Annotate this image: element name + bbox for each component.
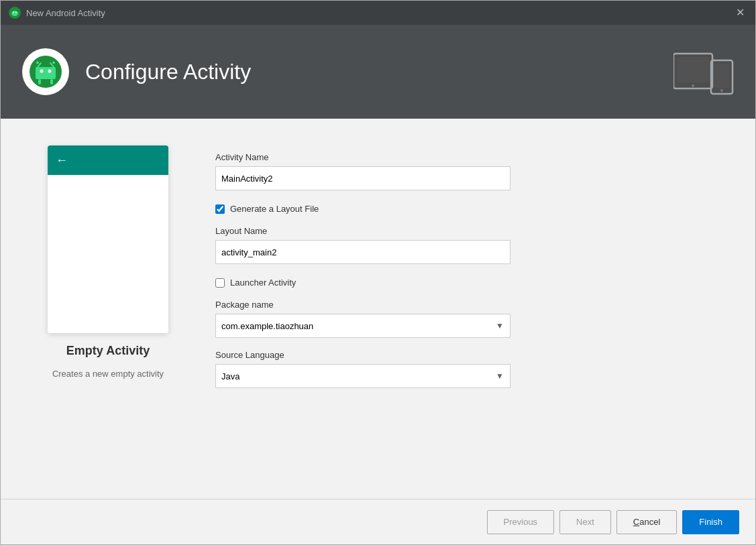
svg-point-1: [11, 11, 18, 16]
activity-type-label: Empty Activity: [66, 344, 150, 358]
phone-body: [48, 175, 168, 333]
svg-rect-5: [36, 67, 56, 79]
launcher-activity-label[interactable]: Launcher Activity: [230, 278, 296, 288]
source-language-select[interactable]: JavaKotlin: [215, 364, 510, 388]
close-button[interactable]: ✕: [733, 6, 747, 19]
svg-point-3: [15, 12, 17, 13]
generate-layout-row: Generate a Layout File: [215, 204, 715, 214]
package-name-select[interactable]: com.example.tiaozhuan: [215, 314, 510, 338]
launcher-activity-row: Launcher Activity: [215, 278, 715, 288]
activity-description: Creates a new empty activity: [52, 369, 164, 379]
activity-name-label: Activity Name: [215, 152, 715, 162]
layout-name-label: Layout Name: [215, 226, 715, 236]
activity-name-group: Activity Name: [215, 152, 715, 190]
app-icon: [9, 7, 21, 19]
form-section: Activity Name Generate a Layout File Lay…: [215, 145, 715, 472]
source-language-group: Source Language JavaKotlin ▼: [215, 350, 715, 388]
phone-toolbar: ←: [48, 145, 168, 175]
svg-point-13: [52, 62, 55, 64]
finish-button[interactable]: Finish: [682, 510, 739, 534]
previous-button[interactable]: Previous: [487, 510, 555, 534]
svg-rect-18: [714, 64, 729, 88]
package-name-group: Package name com.example.tiaozhuan ▼: [215, 300, 715, 338]
svg-rect-8: [38, 79, 41, 84]
device-icons: [673, 48, 734, 95]
window-title: New Android Activity: [26, 8, 105, 18]
svg-point-12: [36, 62, 39, 64]
source-language-label: Source Language: [215, 350, 715, 360]
svg-point-6: [40, 70, 44, 73]
android-studio-logo-icon: [29, 55, 62, 88]
phone-preview: ←: [48, 145, 168, 333]
generate-layout-label[interactable]: Generate a Layout File: [230, 204, 319, 214]
activity-name-input[interactable]: [215, 166, 510, 190]
android-logo: [22, 48, 69, 95]
cancel-label: Cancel: [633, 517, 660, 527]
svg-point-7: [48, 70, 52, 73]
preview-section: ← Empty Activity Creates a new empty act…: [41, 145, 175, 472]
generate-layout-checkbox[interactable]: [215, 204, 225, 214]
cancel-button[interactable]: Cancel: [616, 510, 677, 534]
page-title: Configure Activity: [85, 60, 251, 84]
package-name-select-wrapper: com.example.tiaozhuan ▼: [215, 314, 510, 338]
back-arrow-icon: ←: [56, 154, 68, 168]
layout-name-input[interactable]: [215, 240, 510, 264]
svg-rect-15: [677, 57, 709, 82]
svg-point-19: [720, 89, 723, 92]
next-button[interactable]: Next: [559, 510, 611, 534]
svg-point-16: [692, 84, 694, 87]
svg-rect-9: [50, 79, 53, 84]
dialog: New Android Activity ✕ Confi: [0, 0, 756, 545]
footer: Previous Next Cancel Finish: [1, 499, 755, 544]
layout-name-group: Layout Name: [215, 226, 715, 264]
source-language-select-wrapper: JavaKotlin ▼: [215, 364, 510, 388]
launcher-activity-checkbox[interactable]: [215, 278, 225, 288]
svg-point-2: [13, 12, 14, 13]
header: Configure Activity: [1, 25, 755, 119]
package-name-label: Package name: [215, 300, 715, 310]
title-bar: New Android Activity ✕: [1, 1, 755, 25]
content-area: ← Empty Activity Creates a new empty act…: [1, 119, 755, 499]
